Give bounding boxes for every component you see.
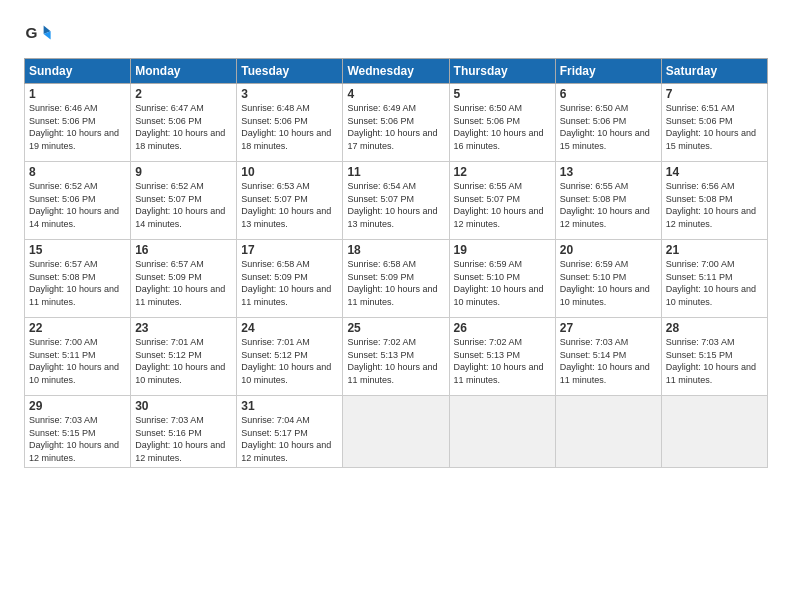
day-number: 7 [666,87,763,101]
day-info: Sunrise: 7:02 AMSunset: 5:13 PMDaylight:… [347,337,437,385]
calendar-week-row: 22 Sunrise: 7:00 AMSunset: 5:11 PMDaylig… [25,318,768,396]
calendar-week-row: 15 Sunrise: 6:57 AMSunset: 5:08 PMDaylig… [25,240,768,318]
weekday-header: Wednesday [343,59,449,84]
calendar-cell: 10 Sunrise: 6:53 AMSunset: 5:07 PMDaylig… [237,162,343,240]
calendar-cell [343,396,449,468]
svg-text:G: G [25,24,37,41]
day-info: Sunrise: 6:59 AMSunset: 5:10 PMDaylight:… [560,259,650,307]
day-info: Sunrise: 6:56 AMSunset: 5:08 PMDaylight:… [666,181,756,229]
day-number: 16 [135,243,232,257]
calendar-cell: 16 Sunrise: 6:57 AMSunset: 5:09 PMDaylig… [131,240,237,318]
calendar-cell: 30 Sunrise: 7:03 AMSunset: 5:16 PMDaylig… [131,396,237,468]
day-number: 4 [347,87,444,101]
calendar-cell: 3 Sunrise: 6:48 AMSunset: 5:06 PMDayligh… [237,84,343,162]
calendar-cell: 31 Sunrise: 7:04 AMSunset: 5:17 PMDaylig… [237,396,343,468]
day-number: 18 [347,243,444,257]
day-info: Sunrise: 6:52 AMSunset: 5:06 PMDaylight:… [29,181,119,229]
calendar-cell: 19 Sunrise: 6:59 AMSunset: 5:10 PMDaylig… [449,240,555,318]
day-info: Sunrise: 6:50 AMSunset: 5:06 PMDaylight:… [560,103,650,151]
day-number: 29 [29,399,126,413]
day-info: Sunrise: 6:46 AMSunset: 5:06 PMDaylight:… [29,103,119,151]
day-number: 19 [454,243,551,257]
day-info: Sunrise: 6:55 AMSunset: 5:08 PMDaylight:… [560,181,650,229]
day-number: 8 [29,165,126,179]
day-info: Sunrise: 7:01 AMSunset: 5:12 PMDaylight:… [241,337,331,385]
calendar: SundayMondayTuesdayWednesdayThursdayFrid… [24,58,768,468]
calendar-cell: 15 Sunrise: 6:57 AMSunset: 5:08 PMDaylig… [25,240,131,318]
calendar-cell: 20 Sunrise: 6:59 AMSunset: 5:10 PMDaylig… [555,240,661,318]
day-number: 20 [560,243,657,257]
calendar-cell: 21 Sunrise: 7:00 AMSunset: 5:11 PMDaylig… [661,240,767,318]
day-number: 9 [135,165,232,179]
calendar-cell: 4 Sunrise: 6:49 AMSunset: 5:06 PMDayligh… [343,84,449,162]
day-number: 3 [241,87,338,101]
day-info: Sunrise: 7:03 AMSunset: 5:15 PMDaylight:… [29,415,119,463]
day-info: Sunrise: 7:01 AMSunset: 5:12 PMDaylight:… [135,337,225,385]
logo-icon: G [24,20,52,48]
calendar-cell: 14 Sunrise: 6:56 AMSunset: 5:08 PMDaylig… [661,162,767,240]
day-number: 2 [135,87,232,101]
day-number: 23 [135,321,232,335]
day-info: Sunrise: 6:48 AMSunset: 5:06 PMDaylight:… [241,103,331,151]
day-info: Sunrise: 7:02 AMSunset: 5:13 PMDaylight:… [454,337,544,385]
calendar-week-row: 29 Sunrise: 7:03 AMSunset: 5:15 PMDaylig… [25,396,768,468]
weekday-header: Sunday [25,59,131,84]
calendar-cell: 9 Sunrise: 6:52 AMSunset: 5:07 PMDayligh… [131,162,237,240]
calendar-cell: 27 Sunrise: 7:03 AMSunset: 5:14 PMDaylig… [555,318,661,396]
day-info: Sunrise: 6:53 AMSunset: 5:07 PMDaylight:… [241,181,331,229]
day-info: Sunrise: 7:04 AMSunset: 5:17 PMDaylight:… [241,415,331,463]
day-info: Sunrise: 7:00 AMSunset: 5:11 PMDaylight:… [666,259,756,307]
day-number: 12 [454,165,551,179]
day-number: 6 [560,87,657,101]
logo: G [24,20,56,48]
day-info: Sunrise: 6:57 AMSunset: 5:08 PMDaylight:… [29,259,119,307]
calendar-cell: 5 Sunrise: 6:50 AMSunset: 5:06 PMDayligh… [449,84,555,162]
calendar-week-row: 1 Sunrise: 6:46 AMSunset: 5:06 PMDayligh… [25,84,768,162]
calendar-cell: 13 Sunrise: 6:55 AMSunset: 5:08 PMDaylig… [555,162,661,240]
calendar-cell: 17 Sunrise: 6:58 AMSunset: 5:09 PMDaylig… [237,240,343,318]
day-number: 27 [560,321,657,335]
calendar-cell: 25 Sunrise: 7:02 AMSunset: 5:13 PMDaylig… [343,318,449,396]
calendar-cell [449,396,555,468]
calendar-week-row: 8 Sunrise: 6:52 AMSunset: 5:06 PMDayligh… [25,162,768,240]
weekday-header: Tuesday [237,59,343,84]
calendar-cell: 23 Sunrise: 7:01 AMSunset: 5:12 PMDaylig… [131,318,237,396]
day-info: Sunrise: 6:47 AMSunset: 5:06 PMDaylight:… [135,103,225,151]
calendar-cell: 22 Sunrise: 7:00 AMSunset: 5:11 PMDaylig… [25,318,131,396]
day-number: 15 [29,243,126,257]
day-number: 10 [241,165,338,179]
calendar-cell: 18 Sunrise: 6:58 AMSunset: 5:09 PMDaylig… [343,240,449,318]
day-number: 22 [29,321,126,335]
day-info: Sunrise: 7:03 AMSunset: 5:15 PMDaylight:… [666,337,756,385]
day-number: 30 [135,399,232,413]
day-number: 28 [666,321,763,335]
day-number: 1 [29,87,126,101]
calendar-cell: 2 Sunrise: 6:47 AMSunset: 5:06 PMDayligh… [131,84,237,162]
day-number: 5 [454,87,551,101]
weekday-header: Friday [555,59,661,84]
day-number: 13 [560,165,657,179]
header: G [24,20,768,48]
day-info: Sunrise: 6:49 AMSunset: 5:06 PMDaylight:… [347,103,437,151]
day-info: Sunrise: 7:03 AMSunset: 5:16 PMDaylight:… [135,415,225,463]
calendar-cell: 8 Sunrise: 6:52 AMSunset: 5:06 PMDayligh… [25,162,131,240]
day-number: 21 [666,243,763,257]
day-number: 31 [241,399,338,413]
calendar-cell [555,396,661,468]
calendar-cell: 1 Sunrise: 6:46 AMSunset: 5:06 PMDayligh… [25,84,131,162]
weekday-header: Monday [131,59,237,84]
day-number: 17 [241,243,338,257]
calendar-cell: 6 Sunrise: 6:50 AMSunset: 5:06 PMDayligh… [555,84,661,162]
weekday-header-row: SundayMondayTuesdayWednesdayThursdayFrid… [25,59,768,84]
day-number: 25 [347,321,444,335]
day-info: Sunrise: 7:00 AMSunset: 5:11 PMDaylight:… [29,337,119,385]
day-number: 11 [347,165,444,179]
day-info: Sunrise: 6:57 AMSunset: 5:09 PMDaylight:… [135,259,225,307]
weekday-header: Saturday [661,59,767,84]
day-info: Sunrise: 6:58 AMSunset: 5:09 PMDaylight:… [241,259,331,307]
calendar-cell: 29 Sunrise: 7:03 AMSunset: 5:15 PMDaylig… [25,396,131,468]
day-info: Sunrise: 6:59 AMSunset: 5:10 PMDaylight:… [454,259,544,307]
day-info: Sunrise: 6:58 AMSunset: 5:09 PMDaylight:… [347,259,437,307]
day-info: Sunrise: 6:52 AMSunset: 5:07 PMDaylight:… [135,181,225,229]
calendar-cell: 7 Sunrise: 6:51 AMSunset: 5:06 PMDayligh… [661,84,767,162]
